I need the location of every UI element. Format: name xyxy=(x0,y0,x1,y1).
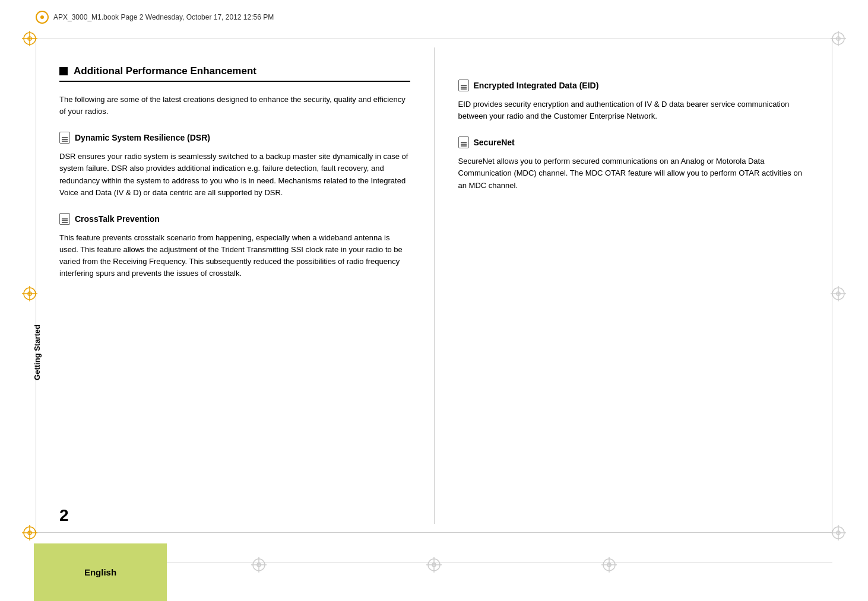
main-heading: Additional Performance Enhancement xyxy=(59,65,410,82)
header-dot-marker xyxy=(36,11,49,24)
eid-body: EID provides security encryption and aut… xyxy=(458,98,809,122)
right-column: Encrypted Integrated Data (EID) EID prov… xyxy=(434,47,809,524)
eid-title: Encrypted Integrated Data (EID) xyxy=(474,81,599,90)
left-column: Additional Performance Enhancement The f… xyxy=(59,47,434,524)
eid-icon xyxy=(458,80,469,91)
english-label-text: English xyxy=(84,567,116,577)
hline-bottom xyxy=(36,532,832,533)
securenet-icon xyxy=(458,136,469,148)
securenet-heading: SecureNet xyxy=(458,136,809,148)
crosstalk-icon xyxy=(59,213,70,225)
sidebar-container: Getting Started xyxy=(37,178,49,470)
dsr-heading: Dynamic System Resilience (DSR) xyxy=(59,132,410,144)
header-bar: APX_3000_M1.book Page 2 Wednesday, Octob… xyxy=(36,11,832,24)
crosstalk-title: CrossTalk Prevention xyxy=(75,214,160,224)
reg-mark-ml xyxy=(21,285,39,303)
crosstalk-body: This feature prevents crosstalk scenario… xyxy=(59,232,410,280)
reg-mark-tl xyxy=(21,30,39,47)
eid-heading: Encrypted Integrated Data (EID) xyxy=(458,80,809,91)
content-area: Additional Performance Enhancement The f… xyxy=(59,47,809,524)
hline-top xyxy=(36,39,832,39)
heading-icon xyxy=(59,67,68,75)
sidebar-label: Getting Started xyxy=(33,325,42,380)
page: APX_3000_M1.book Page 2 Wednesday, Octob… xyxy=(0,0,868,601)
page-number: 2 xyxy=(59,507,69,524)
reg-mark-br xyxy=(829,524,847,542)
reg-mark-tr xyxy=(829,30,847,47)
dsr-icon xyxy=(59,132,70,144)
english-label: English xyxy=(34,543,167,601)
reg-mark-bm xyxy=(425,556,443,576)
main-heading-text: Additional Performance Enhancement xyxy=(74,65,256,77)
header-file-text: APX_3000_M1.book Page 2 Wednesday, Octob… xyxy=(53,13,274,21)
securenet-body: SecureNet allows you to perform secured … xyxy=(458,155,809,191)
reg-mark-mr xyxy=(829,285,847,303)
reg-mark-bl xyxy=(21,524,39,542)
reg-mark-bmr xyxy=(600,556,618,576)
securenet-title: SecureNet xyxy=(474,138,515,147)
dsr-body: DSR ensures your radio system is seamles… xyxy=(59,151,410,199)
reg-mark-bml xyxy=(250,556,268,576)
dsr-title: Dynamic System Resilience (DSR) xyxy=(75,133,210,142)
intro-paragraph: The following are some of the latest cre… xyxy=(59,94,410,117)
crosstalk-heading: CrossTalk Prevention xyxy=(59,213,410,225)
